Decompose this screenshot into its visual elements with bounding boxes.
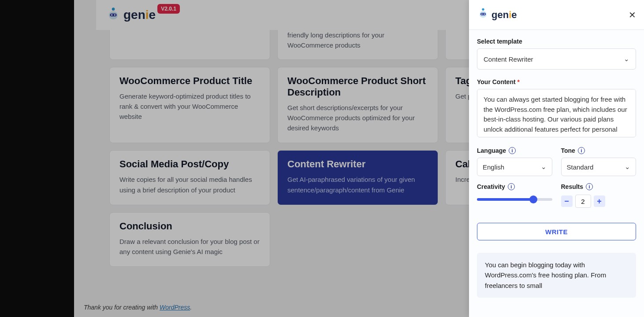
- generated-result: You can begin blogging today with WordPr…: [477, 253, 636, 298]
- panel-header: genie ✕: [469, 0, 644, 30]
- svg-point-5: [482, 8, 484, 10]
- your-content-label: Your Content *: [477, 78, 636, 85]
- chevron-down-icon: ⌄: [541, 163, 547, 171]
- tone-value: Standard: [567, 163, 594, 171]
- panel-logo: genie: [477, 7, 517, 23]
- info-icon[interactable]: i: [578, 147, 585, 154]
- write-button[interactable]: WRITE: [477, 223, 636, 240]
- slider-thumb[interactable]: [529, 195, 537, 203]
- template-select[interactable]: Content Rewriter ⌄: [477, 48, 636, 70]
- info-icon[interactable]: i: [509, 147, 516, 154]
- language-value: English: [483, 163, 504, 171]
- close-icon: ✕: [629, 10, 636, 20]
- panel-body: Select template Content Rewriter ⌄ Your …: [469, 30, 644, 302]
- info-icon[interactable]: i: [586, 183, 593, 190]
- svg-point-9: [484, 13, 485, 15]
- chevron-down-icon: ⌄: [624, 55, 629, 63]
- increment-button[interactable]: +: [594, 195, 605, 207]
- chevron-down-icon: ⌄: [625, 163, 630, 171]
- template-select-value: Content Rewriter: [484, 55, 533, 63]
- creativity-slider[interactable]: [477, 198, 552, 201]
- svg-rect-7: [480, 13, 486, 15]
- results-stepper: − +: [561, 195, 637, 208]
- svg-point-8: [481, 13, 483, 15]
- creativity-label: Creativity: [477, 183, 505, 190]
- language-select[interactable]: English ⌄: [477, 158, 552, 176]
- tone-select[interactable]: Standard ⌄: [561, 158, 637, 176]
- result-text: You can begin blogging today with WordPr…: [485, 261, 606, 289]
- results-input[interactable]: [575, 195, 591, 208]
- wp-admin-sidebar: [0, 0, 74, 317]
- results-label: Results: [561, 183, 584, 190]
- tone-label: Tone: [561, 147, 575, 154]
- robot-icon: [477, 7, 489, 23]
- close-button[interactable]: ✕: [629, 10, 636, 20]
- info-icon[interactable]: i: [508, 183, 515, 190]
- select-template-label: Select template: [477, 38, 636, 45]
- decrement-button[interactable]: −: [561, 195, 573, 207]
- language-label: Language: [477, 147, 506, 154]
- genie-side-panel: genie ✕ Select template Content Rewriter…: [469, 0, 644, 317]
- panel-app-name: genie: [491, 9, 517, 21]
- required-indicator: *: [517, 78, 520, 85]
- your-content-input[interactable]: [477, 89, 636, 137]
